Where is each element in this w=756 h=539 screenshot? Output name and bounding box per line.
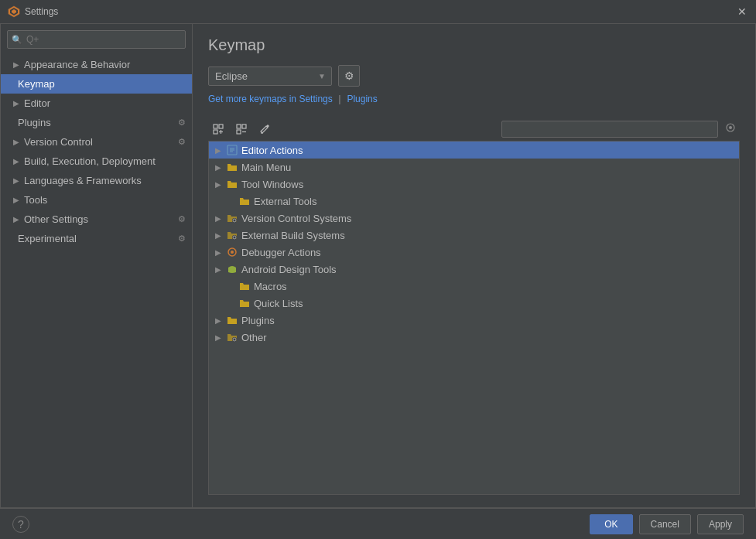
tree-item-label: Macros: [254, 281, 287, 292]
chevron-icon: ▶: [13, 176, 19, 185]
collapse-all-button[interactable]: [231, 121, 251, 138]
search-filter-button[interactable]: [721, 120, 740, 138]
window-title: Settings: [25, 6, 58, 17]
chevron-icon: ▶: [13, 215, 19, 223]
sidebar: 🔍 ▶ Appearance & Behavior Keymap ▶ Edito…: [1, 24, 193, 507]
edit-icon: [258, 123, 271, 135]
tree-item-external-tools[interactable]: External Tools: [209, 193, 739, 210]
folder-icon: [238, 280, 251, 292]
tree-item-label: Editor Actions: [241, 145, 303, 156]
sidebar-item-label: Plugins: [18, 117, 51, 128]
svg-point-14: [729, 126, 732, 129]
chevron-icon: ▶: [214, 248, 223, 257]
sidebar-item-editor[interactable]: ▶ Editor: [1, 94, 192, 113]
ok-button[interactable]: OK: [590, 514, 632, 534]
tree-item-debugger-actions[interactable]: ▶ Debugger Actions: [209, 244, 739, 261]
vc-icon: ⚙: [178, 137, 186, 147]
sidebar-item-keymap[interactable]: Keymap: [1, 74, 192, 94]
bottom-bar: ? OK Cancel Apply: [0, 508, 756, 539]
toolbar-left: [208, 121, 275, 138]
folder-icon: [226, 314, 238, 326]
sidebar-item-label: Build, Execution, Deployment: [24, 155, 156, 167]
sidebar-item-plugins[interactable]: Plugins ⚙: [1, 113, 192, 132]
folder-icon: [238, 195, 251, 207]
sidebar-item-label: Other Settings: [24, 213, 88, 225]
plugins-link[interactable]: Plugins: [347, 94, 377, 104]
tree-item-editor-actions[interactable]: ▶ Editor Actions: [209, 142, 739, 159]
chevron-icon: ▶: [214, 316, 223, 325]
tree-item-label: Plugins: [241, 315, 275, 326]
expand-icon: [212, 123, 224, 135]
chevron-icon: ▶: [13, 138, 19, 146]
tree-item-plugins[interactable]: ▶ Plugins: [209, 312, 739, 329]
other-settings-icon: ⚙: [178, 214, 186, 224]
svg-point-24: [231, 251, 234, 254]
keymap-select[interactable]: Eclipse: [208, 67, 332, 86]
expand-all-button[interactable]: [208, 121, 228, 138]
sidebar-item-label: Languages & Frameworks: [24, 175, 142, 186]
svg-rect-10: [237, 130, 241, 134]
sidebar-item-tools[interactable]: ▶ Tools: [1, 190, 192, 210]
search-icon: 🔍: [12, 35, 22, 45]
title-bar-left: Settings: [8, 5, 58, 18]
debugger-icon: [226, 246, 238, 258]
chevron-icon: ▶: [214, 333, 223, 342]
sidebar-item-appearance[interactable]: ▶ Appearance & Behavior: [1, 55, 192, 74]
tree-item-label: Main Menu: [241, 162, 291, 173]
sidebar-item-label: Appearance & Behavior: [24, 59, 130, 70]
app-icon: [8, 5, 20, 18]
help-button[interactable]: ?: [12, 516, 29, 533]
tree-item-other[interactable]: ▶ Other: [209, 329, 739, 346]
chevron-icon: ▶: [214, 163, 223, 172]
main-content: Keymap Eclipse ▼ ⚙ Get more keymaps in S…: [193, 24, 755, 507]
tree-container: ▶ Editor Actions ▶: [208, 141, 740, 495]
keymap-toolbar: [208, 120, 740, 138]
chevron-icon: ▶: [13, 99, 19, 107]
settings-window: Settings ✕ 🔍 ▶ Appearance & Behavior Key…: [0, 0, 756, 539]
apply-button[interactable]: Apply: [697, 514, 744, 534]
chevron-icon: ▶: [214, 265, 223, 274]
search-input[interactable]: [7, 30, 186, 49]
sidebar-item-version-control[interactable]: ▶ Version Control ⚙: [1, 132, 192, 152]
filter-icon: [724, 121, 737, 134]
gear-button[interactable]: ⚙: [338, 65, 360, 87]
tree-item-label: External Build Systems: [241, 230, 345, 241]
tree-item-external-build-systems[interactable]: ▶ External Build Systems: [209, 227, 739, 244]
search-right: [501, 120, 740, 138]
tree-search-input[interactable]: [501, 121, 718, 138]
close-button[interactable]: ✕: [736, 5, 748, 18]
tree-item-label: Android Design Tools: [241, 264, 337, 275]
cancel-button[interactable]: Cancel: [639, 514, 691, 534]
settings-link[interactable]: Get more keymaps in Settings: [208, 94, 333, 104]
folder-gear-icon: [226, 212, 238, 224]
sidebar-item-languages[interactable]: ▶ Languages & Frameworks: [1, 171, 192, 190]
tree-item-label: Quick Lists: [254, 298, 303, 309]
search-box: 🔍: [7, 30, 186, 49]
chevron-icon: ▶: [214, 180, 223, 189]
tree-item-macros[interactable]: Macros: [209, 278, 739, 295]
edit-button[interactable]: [255, 121, 275, 138]
action-icon: [226, 144, 238, 156]
tree-item-main-menu[interactable]: ▶ Main Menu: [209, 159, 739, 176]
tree-item-android-design-tools[interactable]: ▶ Android Design Tools: [209, 261, 739, 278]
sidebar-item-other-settings[interactable]: ▶ Other Settings ⚙: [1, 210, 192, 229]
link-separator: |: [338, 93, 340, 104]
experimental-icon: ⚙: [178, 234, 186, 244]
title-bar: Settings ✕: [0, 0, 756, 23]
chevron-icon: ▶: [13, 60, 19, 69]
sidebar-item-label: Tools: [24, 194, 47, 206]
chevron-icon: ▶: [214, 214, 223, 223]
tree-item-quick-lists[interactable]: Quick Lists: [209, 295, 739, 312]
tree-item-label: Debugger Actions: [241, 247, 321, 258]
folder-icon: [226, 178, 238, 190]
tree-item-version-control-systems[interactable]: ▶ Version Control Systems: [209, 210, 739, 227]
sidebar-item-build[interactable]: ▶ Build, Execution, Deployment: [1, 152, 192, 171]
tree-item-tool-windows[interactable]: ▶ Tool Windows: [209, 176, 739, 193]
sidebar-item-experimental[interactable]: Experimental ⚙: [1, 229, 192, 248]
chevron-icon: ▶: [13, 196, 19, 204]
page-title: Keymap: [208, 36, 740, 54]
collapse-icon: [235, 123, 248, 135]
tree-item-label: External Tools: [254, 196, 316, 207]
svg-rect-3: [214, 125, 217, 128]
folder-gear-icon: [226, 331, 238, 343]
